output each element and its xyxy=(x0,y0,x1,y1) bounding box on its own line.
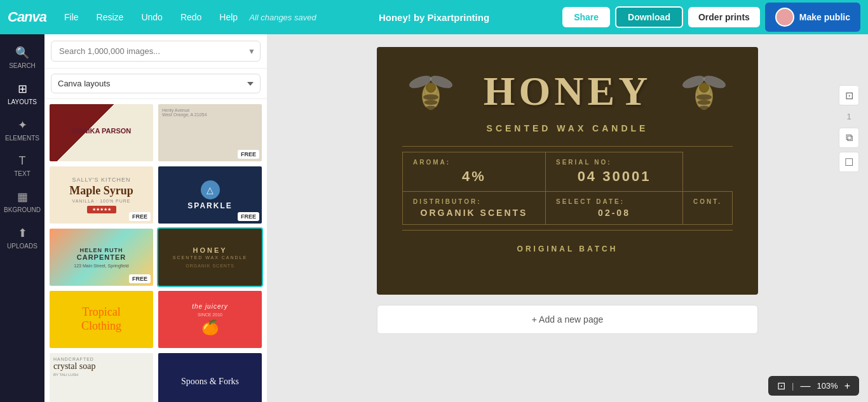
template-card-8[interactable]: the juicery SINCE 2010 🍊 xyxy=(157,290,263,349)
text-icon: T xyxy=(19,154,26,168)
copy-page-button[interactable]: ⧉ xyxy=(839,128,859,148)
svg-point-11 xyxy=(698,100,711,105)
page-number: 1 xyxy=(839,109,859,124)
delete-page-button[interactable]: ☐ xyxy=(839,152,859,172)
bee-right-icon xyxy=(675,66,733,117)
left-sidebar: 🔍 SEARCH ⊞ LAYOUTS ✦ ELEMENTS T TEXT ▦ B… xyxy=(0,34,44,402)
zoom-out-button[interactable]: — xyxy=(797,380,813,392)
template-card-2[interactable]: Henty Avenue West Orange, A 21054 FREE xyxy=(157,103,263,163)
svg-point-10 xyxy=(696,95,712,100)
template-card-9[interactable]: HANDCRAFTED crystal soap BY TALI LUSH xyxy=(48,352,154,402)
zoom-in-button[interactable]: + xyxy=(842,380,853,392)
templates-grid: MONIKA PARSON Henty Avenue West Orange, … xyxy=(44,99,267,402)
resize-button[interactable]: Resize xyxy=(90,8,130,26)
top-navigation: Canva File Resize Undo Redo Help All cha… xyxy=(0,0,868,34)
template-badge-5: FREE xyxy=(129,274,151,283)
honey-subtitle: SCENTED WAX CANDLE xyxy=(402,123,733,133)
table-row-dist-date-cont: DISTRIBUTOR: ORGANIK SCENTS SELECT DATE:… xyxy=(403,192,733,225)
avatar xyxy=(775,8,794,27)
templates-panel: ▼ Canva layoutsYour layoutsFree layouts … xyxy=(44,34,267,402)
design-canvas[interactable]: HONEY SCENTED WAX CANDLE xyxy=(377,47,758,295)
nav-right-actions: Share Download Order prints Make public xyxy=(562,3,860,32)
sidebar-item-text[interactable]: T TEXT xyxy=(0,149,44,182)
make-public-button[interactable]: Make public xyxy=(765,3,860,32)
template-card-3[interactable]: SALLY'S KITCHEN Maple Syrup VANILLA · 10… xyxy=(48,165,154,225)
order-prints-button[interactable]: Order prints xyxy=(688,7,760,27)
template-card-6[interactable]: HONEY SCENTED WAX CANDLE ORGANIK SCENTS xyxy=(157,227,263,287)
template-badge-4: FREE xyxy=(238,212,259,221)
svg-point-7 xyxy=(426,83,436,93)
search-dropdown-button[interactable]: ▼ xyxy=(248,47,255,56)
sidebar-item-background[interactable]: ▦ BKGROUND xyxy=(0,185,44,218)
layout-filter-select[interactable]: Canva layoutsYour layoutsFree layouts xyxy=(51,74,261,93)
download-button[interactable]: Download xyxy=(615,6,683,28)
select-date-cell: SELECT DATE: 02-08 xyxy=(546,192,683,225)
elements-icon: ✦ xyxy=(18,118,27,132)
svg-point-2 xyxy=(423,95,438,100)
zoom-level: 103% xyxy=(817,381,837,391)
bee-left-icon xyxy=(402,66,459,117)
search-input[interactable] xyxy=(51,41,261,62)
canva-logo: Canva xyxy=(8,9,46,25)
template-badge-2: FREE xyxy=(238,150,259,159)
template-card-5[interactable]: HELEN RUTH CARPENTER 123 Main Street, Sp… xyxy=(48,227,154,287)
honey-header: HONEY xyxy=(402,66,733,117)
template-card-7[interactable]: TropicalClothing xyxy=(48,290,154,349)
redo-button[interactable]: Redo xyxy=(174,8,208,26)
main-layout: 🔍 SEARCH ⊞ LAYOUTS ✦ ELEMENTS T TEXT ▦ B… xyxy=(0,34,868,402)
background-icon: ▦ xyxy=(17,190,28,204)
file-menu-button[interactable]: File xyxy=(58,8,85,26)
help-button[interactable]: Help xyxy=(213,8,244,26)
aroma-cell: AROMA: 4% xyxy=(403,152,546,192)
honey-bottom-label: ORIGINAL BATCH xyxy=(402,236,733,256)
canvas-area: HONEY SCENTED WAX CANDLE xyxy=(267,34,868,402)
honey-info-table: AROMA: 4% SERIAL NO: 04 30001 DISTRIBUTO… xyxy=(402,152,733,225)
search-input-wrap: ▼ xyxy=(51,41,261,62)
saved-status: All changes saved xyxy=(249,13,316,22)
layout-filter-section: Canva layoutsYour layoutsFree layouts xyxy=(44,69,267,99)
table-row-aroma-serial: AROMA: 4% SERIAL NO: 04 30001 xyxy=(403,152,733,192)
cont-cell: CONT. xyxy=(683,192,733,225)
presentation-button[interactable]: ⊡ xyxy=(775,380,788,392)
honey-title: HONEY xyxy=(459,68,675,115)
template-card-4[interactable]: △ SPARKLE FREE xyxy=(157,165,263,225)
sidebar-item-elements[interactable]: ✦ ELEMENTS xyxy=(0,113,44,147)
document-title: Honey! by Pixartprinting xyxy=(379,12,489,23)
right-toolbar: ⊡ 1 ⧉ ☐ xyxy=(839,85,859,172)
share-button[interactable]: Share xyxy=(562,7,610,27)
svg-point-3 xyxy=(424,100,438,105)
divider-bottom xyxy=(402,230,733,231)
divider-top xyxy=(402,146,733,147)
svg-point-12 xyxy=(699,106,710,110)
sidebar-item-search[interactable]: 🔍 SEARCH xyxy=(0,41,44,74)
sidebar-item-layouts[interactable]: ⊞ LAYOUTS xyxy=(0,77,44,111)
add-page-button[interactable]: + Add a new page xyxy=(377,305,758,334)
serial-cell: SERIAL NO: 04 30001 xyxy=(546,152,683,192)
undo-button[interactable]: Undo xyxy=(135,8,168,26)
layouts-icon: ⊞ xyxy=(18,82,27,96)
search-section: ▼ xyxy=(44,34,267,69)
search-icon: 🔍 xyxy=(15,46,29,60)
svg-point-4 xyxy=(426,106,437,110)
distributor-cell: DISTRIBUTOR: ORGANIK SCENTS xyxy=(403,192,546,225)
svg-point-15 xyxy=(700,83,709,93)
uploads-icon: ⬆ xyxy=(18,226,27,240)
sidebar-item-uploads[interactable]: ⬆ UPLOADS xyxy=(0,221,44,255)
zoom-bar: ⊡ | — 103% + xyxy=(768,376,859,396)
nav-center: Honey! by Pixartprinting xyxy=(379,12,489,23)
template-card-1[interactable]: MONIKA PARSON xyxy=(48,103,154,163)
template-card-10[interactable]: Spoons & Forks xyxy=(157,352,263,402)
fit-to-screen-button[interactable]: ⊡ xyxy=(839,85,859,105)
template-badge-3: FREE xyxy=(129,212,151,221)
